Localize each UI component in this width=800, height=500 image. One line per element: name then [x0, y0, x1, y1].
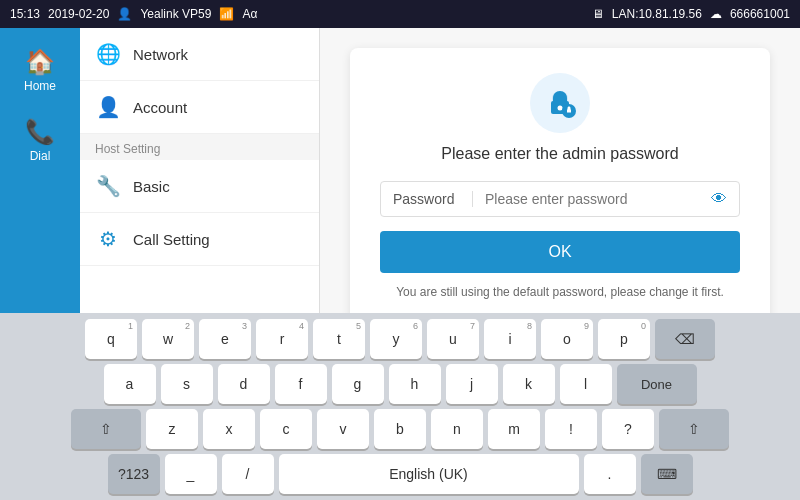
keyboard-row-2: a s d f g h j k l Done	[4, 364, 796, 404]
space-key[interactable]: English (UK)	[279, 454, 579, 494]
admin-lock-icon	[530, 73, 590, 133]
done-key[interactable]: Done	[617, 364, 697, 404]
home-icon: 🏠	[25, 48, 55, 76]
keyboard-icon-key[interactable]: ⌨	[641, 454, 693, 494]
password-label: Password	[393, 191, 473, 207]
font-icon: Aα	[242, 7, 257, 21]
password-dialog: Please enter the admin password Password…	[350, 48, 770, 324]
key-z[interactable]: z	[146, 409, 198, 449]
ok-button[interactable]: OK	[380, 231, 740, 273]
key-g[interactable]: g	[332, 364, 384, 404]
monitor-icon: 🖥	[592, 7, 604, 21]
num-symbol-key[interactable]: ?123	[108, 454, 160, 494]
sidebar-item-home[interactable]: 🏠 Home	[0, 38, 80, 103]
key-r[interactable]: 4r	[256, 319, 308, 359]
cloud-icon: ☁	[710, 7, 722, 21]
status-bar: 15:13 2019-02-20 👤 Yealink VP59 📶 Aα 🖥 L…	[0, 0, 800, 28]
status-device: Yealink VP59	[140, 7, 211, 21]
key-j[interactable]: j	[446, 364, 498, 404]
key-k[interactable]: k	[503, 364, 555, 404]
key-m[interactable]: m	[488, 409, 540, 449]
key-exclaim[interactable]: !	[545, 409, 597, 449]
basic-icon: 🔧	[95, 174, 121, 198]
menu-basic-label: Basic	[133, 178, 170, 195]
menu-network-label: Network	[133, 46, 188, 63]
menu-call-setting-label: Call Setting	[133, 231, 210, 248]
key-e[interactable]: 3e	[199, 319, 251, 359]
menu-item-account[interactable]: 👤 Account	[80, 81, 319, 134]
status-network: LAN:10.81.19.56	[612, 7, 702, 21]
key-y[interactable]: 6y	[370, 319, 422, 359]
key-d[interactable]: d	[218, 364, 270, 404]
wifi-icon: 📶	[219, 7, 234, 21]
password-row: Password 👁	[380, 181, 740, 217]
dial-icon: 📞	[25, 118, 55, 146]
shift-left-key[interactable]: ⇧	[71, 409, 141, 449]
key-n[interactable]: n	[431, 409, 483, 449]
status-time: 15:13	[10, 7, 40, 21]
keyboard: 1q 2w 3e 4r 5t 6y 7u 8i 9o 0p ⌫ a s d f …	[0, 313, 800, 500]
status-right: 🖥 LAN:10.81.19.56 ☁ 666661001	[592, 7, 790, 21]
key-w[interactable]: 2w	[142, 319, 194, 359]
status-avatar-icon: 👤	[117, 7, 132, 21]
sidebar-dial-label: Dial	[30, 149, 51, 163]
key-x[interactable]: x	[203, 409, 255, 449]
svg-point-2	[558, 106, 563, 111]
status-left: 15:13 2019-02-20 👤 Yealink VP59 📶 Aα	[10, 7, 257, 21]
keyboard-row-4: ?123 _ / English (UK) . ⌨	[4, 454, 796, 494]
password-input[interactable]	[485, 191, 711, 207]
key-s[interactable]: s	[161, 364, 213, 404]
menu-item-network[interactable]: 🌐 Network	[80, 28, 319, 81]
key-underscore[interactable]: _	[165, 454, 217, 494]
status-date: 2019-02-20	[48, 7, 109, 21]
key-b[interactable]: b	[374, 409, 426, 449]
key-a[interactable]: a	[104, 364, 156, 404]
key-p[interactable]: 0p	[598, 319, 650, 359]
key-q[interactable]: 1q	[85, 319, 137, 359]
key-i[interactable]: 8i	[484, 319, 536, 359]
status-extension: 666661001	[730, 7, 790, 21]
network-icon: 🌐	[95, 42, 121, 66]
shift-right-key[interactable]: ⇧	[659, 409, 729, 449]
sidebar-item-dial[interactable]: 📞 Dial	[0, 108, 80, 173]
menu-account-label: Account	[133, 99, 187, 116]
host-setting-header: Host Setting	[80, 134, 319, 160]
key-question[interactable]: ?	[602, 409, 654, 449]
warning-text: You are still using the default password…	[396, 285, 724, 299]
key-v[interactable]: v	[317, 409, 369, 449]
key-slash[interactable]: /	[222, 454, 274, 494]
key-h[interactable]: h	[389, 364, 441, 404]
key-o[interactable]: 9o	[541, 319, 593, 359]
key-l[interactable]: l	[560, 364, 612, 404]
keyboard-row-1: 1q 2w 3e 4r 5t 6y 7u 8i 9o 0p ⌫	[4, 319, 796, 359]
eye-icon[interactable]: 👁	[711, 190, 727, 208]
dialog-title: Please enter the admin password	[441, 145, 678, 163]
menu-item-basic[interactable]: 🔧 Basic	[80, 160, 319, 213]
key-t[interactable]: 5t	[313, 319, 365, 359]
menu-item-call-setting[interactable]: ⚙ Call Setting	[80, 213, 319, 266]
sidebar-home-label: Home	[24, 79, 56, 93]
key-u[interactable]: 7u	[427, 319, 479, 359]
call-setting-icon: ⚙	[95, 227, 121, 251]
key-f[interactable]: f	[275, 364, 327, 404]
account-icon: 👤	[95, 95, 121, 119]
backspace-key[interactable]: ⌫	[655, 319, 715, 359]
key-c[interactable]: c	[260, 409, 312, 449]
keyboard-row-3: ⇧ z x c v b n m ! ? ⇧	[4, 409, 796, 449]
key-period[interactable]: .	[584, 454, 636, 494]
